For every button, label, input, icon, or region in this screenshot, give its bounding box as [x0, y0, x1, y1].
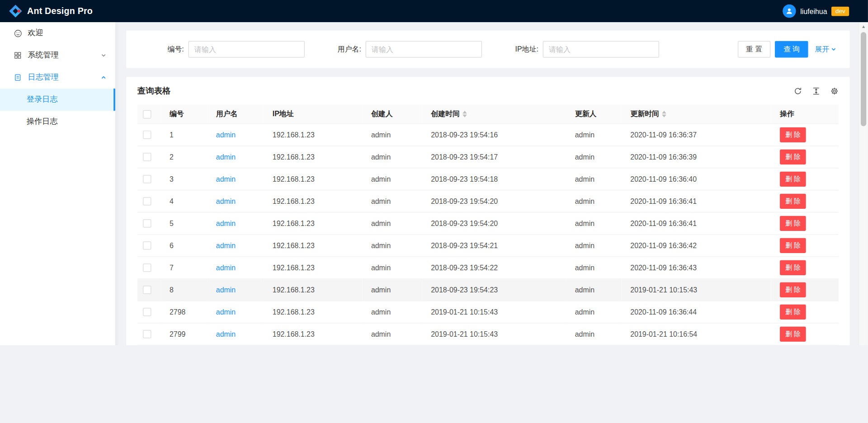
id-input[interactable] [189, 41, 305, 58]
username-link[interactable]: admin [216, 263, 236, 272]
cell-username: admin [207, 146, 264, 168]
row-checkbox[interactable] [142, 131, 151, 139]
search-field-username: 用户名: [317, 41, 494, 58]
cell-creator: admin [362, 146, 422, 168]
main-content: 编号: 用户名: IP地址: 重 置 查 询 展开 [115, 22, 859, 345]
search-form-card: 编号: 用户名: IP地址: 重 置 查 询 展开 [126, 30, 849, 68]
cell-action: 删 除 [771, 256, 838, 278]
table-row: 8 admin 192.168.1.23 admin 2018-09-23 19… [137, 278, 839, 301]
cell-action: 删 除 [771, 345, 838, 345]
cell-action: 删 除 [771, 123, 838, 146]
app-logo[interactable]: Ant Design Pro [9, 5, 93, 18]
cell-updater: admin [566, 256, 622, 278]
row-checkbox-cell [137, 123, 160, 146]
sidebar-item-label: 欢迎 [28, 28, 43, 38]
username-link[interactable]: admin [216, 286, 236, 294]
sort-carets-icon [462, 111, 467, 118]
sidebar-item-label: 日志管理 [28, 73, 59, 83]
row-checkbox[interactable] [142, 308, 151, 316]
expand-label: 展开 [815, 44, 829, 54]
row-checkbox[interactable] [142, 241, 151, 249]
cell-ip: 192.168.1.23 [264, 323, 362, 345]
chevron-down-icon [831, 47, 836, 52]
delete-button[interactable]: 删 除 [780, 260, 806, 275]
sidebar: 欢迎 系统管理 [0, 22, 115, 345]
cell-creator: admin [362, 168, 422, 190]
cell-ip: 192.168.1.23 [264, 234, 362, 256]
delete-button[interactable]: 删 除 [780, 238, 806, 253]
username-link[interactable]: admin [216, 131, 236, 139]
sidebar-item-log-mgmt[interactable]: 日志管理 [0, 66, 115, 89]
row-checkbox[interactable] [142, 175, 151, 183]
sidebar-item-welcome[interactable]: 欢迎 [0, 22, 115, 44]
log-file-icon [13, 73, 22, 82]
cell-creator: admin [362, 323, 422, 345]
search-field-ip: IP地址: [494, 41, 671, 58]
username-link[interactable]: admin [216, 197, 236, 205]
scrollbar-thumb[interactable] [861, 32, 866, 126]
cell-username: admin [207, 278, 264, 301]
col-header-id: 编号 [160, 105, 207, 124]
row-checkbox[interactable] [142, 197, 151, 205]
query-button[interactable]: 查 询 [775, 41, 808, 58]
user-avatar[interactable] [783, 5, 796, 18]
delete-button[interactable]: 删 除 [780, 304, 806, 319]
username-text[interactable]: liufeihua [800, 7, 827, 15]
delete-button[interactable]: 删 除 [780, 216, 806, 230]
refresh-icon[interactable] [793, 86, 802, 95]
sidebar-item-system-mgmt[interactable]: 系统管理 [0, 44, 115, 66]
delete-button[interactable]: 删 除 [780, 127, 806, 142]
scroll-up-arrow-icon[interactable]: ▲ [859, 22, 868, 31]
column-height-icon[interactable] [811, 86, 821, 95]
row-checkbox-cell [137, 323, 160, 345]
username-link[interactable]: admin [216, 308, 236, 316]
row-checkbox[interactable] [142, 286, 151, 294]
row-checkbox[interactable] [142, 153, 151, 161]
delete-button[interactable]: 删 除 [780, 326, 806, 341]
cell-updater: admin [566, 212, 622, 234]
cell-updater: admin [566, 345, 622, 345]
settings-gear-icon[interactable] [830, 86, 839, 95]
row-checkbox-cell [137, 301, 160, 323]
row-checkbox[interactable] [142, 330, 151, 338]
username-link[interactable]: admin [216, 219, 236, 227]
select-all-checkbox[interactable] [142, 110, 151, 118]
cell-id: 6 [160, 234, 207, 256]
delete-button[interactable]: 删 除 [780, 282, 806, 297]
username-input[interactable] [366, 41, 482, 58]
col-header-created[interactable]: 创建时间 [422, 105, 566, 124]
cell-creator: admin [362, 301, 422, 323]
header-user-area: liufeihua dev [783, 5, 859, 18]
col-header-updated[interactable]: 更新时间 [622, 105, 771, 124]
username-link[interactable]: admin [216, 330, 236, 338]
cell-created: 2018-09-23 19:54:20 [422, 190, 566, 212]
reset-button[interactable]: 重 置 [738, 41, 771, 58]
header-checkbox-cell [137, 105, 160, 124]
ip-input[interactable] [543, 41, 659, 58]
delete-button[interactable]: 删 除 [780, 171, 806, 186]
username-link[interactable]: admin [216, 153, 236, 161]
sidebar-item-login-log[interactable]: 登录日志 [0, 89, 115, 111]
table-header-row: 编号 用户名 IP地址 创建人 创建时间 更新人 [137, 105, 839, 124]
col-header-creator: 创建人 [362, 105, 422, 124]
expand-link[interactable]: 展开 [815, 44, 836, 54]
delete-button[interactable]: 删 除 [780, 193, 806, 208]
cell-id: 1 [160, 123, 207, 146]
table-row: 2 admin 192.168.1.23 admin 2018-09-23 19… [137, 146, 839, 168]
table-row: 6 admin 192.168.1.23 admin 2018-09-23 19… [137, 234, 839, 256]
username-link[interactable]: admin [216, 175, 236, 183]
row-checkbox-cell [137, 278, 160, 301]
app-title: Ant Design Pro [27, 6, 93, 16]
delete-button[interactable]: 删 除 [780, 149, 806, 164]
cell-username: admin [207, 345, 264, 345]
vertical-scrollbar[interactable]: ▲ ▼ [859, 22, 868, 345]
cell-creator: admin [362, 345, 422, 345]
cell-created: 2018-09-23 19:54:20 [422, 212, 566, 234]
table-row: 2798 admin 192.168.1.23 admin 2019-01-21… [137, 301, 839, 323]
username-link[interactable]: admin [216, 241, 236, 249]
sidebar-item-op-log[interactable]: 操作日志 [0, 111, 115, 133]
row-checkbox[interactable] [142, 219, 151, 227]
table-row: 2799 admin 192.168.1.23 admin 2019-01-21… [137, 323, 839, 345]
row-checkbox[interactable] [142, 263, 151, 272]
cell-updated: 2019-01-21 10:15:43 [622, 278, 771, 301]
